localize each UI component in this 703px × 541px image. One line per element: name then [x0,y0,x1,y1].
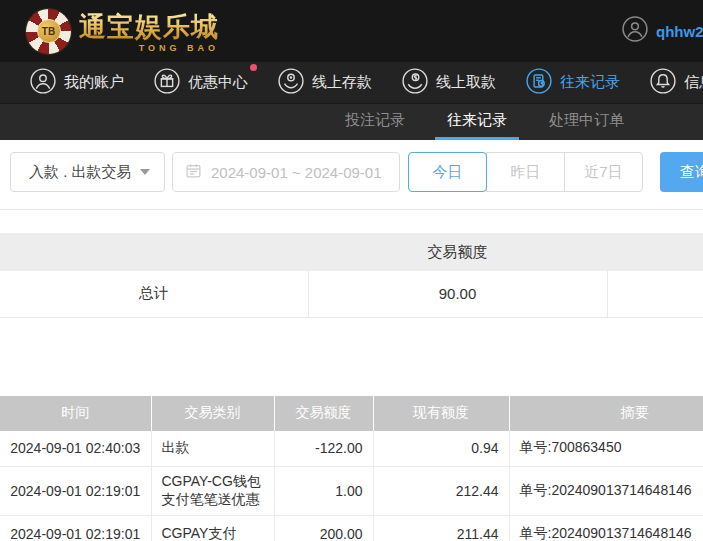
nav-item-label: 线上取款 [436,73,496,92]
cell-memo: 单号:700863450 [509,431,703,467]
deposit-icon [278,68,304,97]
summary-table: 交易额度 总计 90.00 [0,233,703,318]
nav-item-deposit[interactable]: 线上存款 [278,68,372,97]
summary-total-label: 总计 [0,271,308,317]
summary-header-row: 交易额度 [0,233,703,271]
table-row: 2024-09-01 02:40:03 出款 -122.00 0.94 单号:7… [0,431,703,467]
main-navigation-bar: 我的账户 优惠中心 线上存款 线上取款 [0,62,703,103]
cell-memo: 单号:202409013714648146 [509,467,703,516]
cell-balance: 0.94 [373,431,509,467]
user-icon [30,68,56,97]
notification-dot [250,64,257,71]
gift-icon [154,68,180,97]
search-button[interactable]: 查询 [660,152,703,192]
chevron-down-icon [140,169,150,175]
nav-item-my-account[interactable]: 我的账户 [30,68,124,97]
poker-chip-logo-icon: TB [26,9,71,54]
nav-item-label: 优惠中心 [188,73,248,92]
cell-balance: 211.44 [373,516,509,541]
filter-toolbar: 入款 . 出款交易 2024-09-01 ~ 2024-09-01 今日 昨日 … [10,152,703,192]
section-divider [0,209,703,210]
cell-time: 2024-09-01 02:19:01 [0,516,151,541]
nav-item-label: 信息 [684,73,703,92]
nav-item-promotions[interactable]: 优惠中心 [154,68,248,97]
summary-total-value: 90.00 [308,271,607,317]
cell-amount: 1.00 [274,467,373,516]
brand-title-cn: 通宝娱乐城 [79,9,219,45]
summary-header-blank [0,233,308,271]
transaction-type-value: 入款 . 出款交易 [29,163,132,182]
tab-transaction-records[interactable]: 往来记录 [435,104,519,140]
tab-pending-orders[interactable]: 处理中订单 [537,104,636,140]
today-button[interactable]: 今日 [408,152,487,192]
record-tabs-bar: 投注记录 往来记录 处理中订单 [0,103,703,140]
transaction-type-select[interactable]: 入款 . 出款交易 [10,152,165,192]
col-header-balance: 现有额度 [373,396,509,431]
col-header-time: 时间 [0,396,151,431]
nav-item-label: 线上存款 [312,73,372,92]
withdraw-icon [402,68,428,97]
quick-date-button-group: 今日 昨日 近7日 [408,152,643,192]
brand-title: 通宝娱乐城 TONG BAO [79,9,219,53]
table-row: 2024-09-01 02:19:01 CGPAY-CG钱包支付笔笔送优惠 1.… [0,467,703,516]
col-header-type: 交易类别 [151,396,274,431]
cell-type: CGPAY-CG钱包支付笔笔送优惠 [151,467,274,516]
nav-item-transaction-records[interactable]: 往来记录 [526,68,620,97]
cell-time: 2024-09-01 02:40:03 [0,431,151,467]
cell-time: 2024-09-01 02:19:01 [0,467,151,516]
cell-type: 出款 [151,431,274,467]
col-header-amount: 交易额度 [274,396,373,431]
brand-logo[interactable]: TB 通宝娱乐城 TONG BAO [26,9,219,54]
last7days-button[interactable]: 近7日 [564,152,643,192]
date-range-picker[interactable]: 2024-09-01 ~ 2024-09-01 [172,152,400,192]
table-header-row: 时间 交易类别 交易额度 现有额度 摘要 [0,396,703,431]
cell-amount: -122.00 [274,431,373,467]
cell-amount: 200.00 [274,516,373,541]
col-header-memo: 摘要 [509,396,703,431]
nav-item-label: 我的账户 [64,73,124,92]
user-account-area[interactable]: qhhw2 [622,0,703,62]
date-range-value: 2024-09-01 ~ 2024-09-01 [211,164,382,181]
tab-betting-records[interactable]: 投注记录 [333,104,417,140]
top-header-bar: TB 通宝娱乐城 TONG BAO qhhw2 [0,0,703,62]
transactions-table: 时间 交易类别 交易额度 现有额度 摘要 2024-09-01 02:40:03… [0,396,703,541]
calendar-icon [185,162,202,182]
bell-icon [650,68,676,97]
nav-item-label: 往来记录 [560,73,620,92]
chip-tb-monogram: TB [37,19,61,43]
avatar-icon [622,16,648,46]
summary-total-blank [607,271,703,317]
nav-item-withdraw[interactable]: 线上取款 [402,68,496,97]
username-text[interactable]: qhhw2 [656,23,703,40]
brand-title-en: TONG BAO [139,43,219,53]
summary-header-blank2 [607,233,703,271]
records-icon [526,68,552,97]
cell-type: CGPAY支付 [151,516,274,541]
summary-header-amount: 交易额度 [308,233,607,271]
yesterday-button[interactable]: 昨日 [486,152,565,192]
summary-total-row: 总计 90.00 [0,271,703,317]
cell-memo: 单号:202409013714648146 [509,516,703,541]
cell-balance: 212.44 [373,467,509,516]
table-row: 2024-09-01 02:19:01 CGPAY支付 200.00 211.4… [0,516,703,541]
nav-item-messages[interactable]: 信息 [650,68,703,97]
